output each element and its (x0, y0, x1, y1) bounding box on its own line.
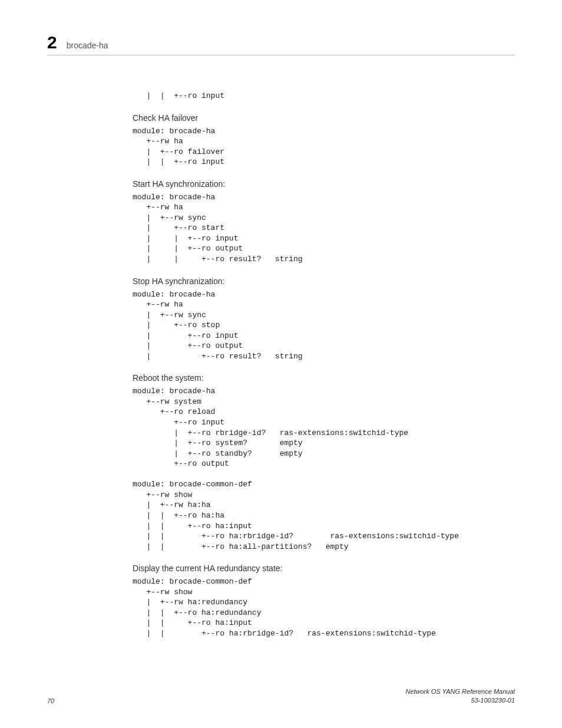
footer-doc-id: 53-1003230-01 (471, 697, 515, 704)
content-body: | | +--ro input Check HA failover module… (133, 91, 515, 638)
footer-right: Network OS YANG Reference Manual 53-1003… (405, 687, 515, 704)
heading-stop-sync: Stop HA synchranization: (133, 276, 515, 286)
footer-manual-title: Network OS YANG Reference Manual (405, 688, 515, 695)
code-check-failover: module: brocade-ha +--rw ha | +--ro fail… (133, 126, 515, 167)
heading-check-failover: Check HA failover (133, 113, 515, 123)
code-reboot: module: brocade-ha +--rw system +--ro re… (133, 386, 515, 552)
code-display-state: module: brocade-common-def +--rw show | … (133, 577, 515, 638)
page-number: 70 (47, 697, 54, 704)
page: 2 brocade-ha | | +--ro input Check HA fa… (0, 0, 562, 728)
chapter-title: brocade-ha (67, 41, 108, 50)
chapter-number: 2 (47, 32, 57, 52)
code-intro: | | +--ro input (133, 91, 515, 101)
heading-reboot: Reboot the system: (133, 373, 515, 383)
heading-display-state: Display the current HA redundancy state: (133, 564, 515, 573)
code-start-sync: module: brocade-ha +--rw ha | +--rw sync… (133, 192, 515, 265)
code-stop-sync: module: brocade-ha +--rw ha | +--rw sync… (133, 289, 515, 362)
chapter-header: 2 brocade-ha (47, 32, 515, 55)
footer: 70 Network OS YANG Reference Manual 53-1… (47, 687, 515, 704)
heading-start-sync: Start HA synchronization: (133, 179, 515, 189)
